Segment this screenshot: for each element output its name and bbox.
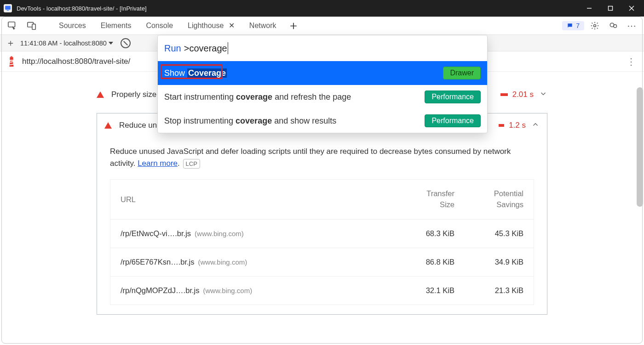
row-host: (www.bing.com) [203, 287, 252, 294]
command-input[interactable]: Run >coverage [158, 35, 487, 61]
chevron-down-icon [539, 90, 547, 100]
text-cursor [228, 42, 228, 54]
table-row[interactable]: /rp/65E767Ksn….br.js(www.bing.com) 86.8 … [110, 248, 534, 276]
command-item-tag: Performance [425, 90, 481, 103]
command-item-tag: Performance [425, 114, 481, 127]
titlebar: DevTools - localhost:8080/travel-site/ -… [0, 0, 644, 17]
report-url: http://localhost:8080/travel-site/ [22, 57, 130, 66]
row-transfer-size: 32.1 KiB [390, 285, 454, 296]
more-icon[interactable]: ⋯ [624, 19, 639, 33]
learn-more-link[interactable]: Learn more [138, 159, 178, 168]
window-close-button[interactable] [621, 0, 642, 17]
command-item-label: Show Coverage [164, 68, 438, 78]
inspect-element-icon[interactable] [5, 19, 20, 33]
table-row[interactable]: /rp/EtNwcQ-vi….br.js(www.bing.com) 68.3 … [110, 219, 534, 248]
audit-time: 1.2 s [509, 121, 526, 130]
impact-bar-icon [500, 93, 508, 96]
row-host: (www.bing.com) [195, 230, 244, 238]
table-header: URL Transfer Size Potential Savings [110, 180, 534, 219]
issues-badge[interactable]: 7 [562, 21, 584, 30]
window-title: DevTools - localhost:8080/travel-site/ -… [17, 5, 147, 12]
add-tab-icon[interactable]: ＋ [286, 19, 301, 33]
tab-elements[interactable]: Elements [95, 17, 137, 35]
command-item-label: Stop instrumenting coverage and show res… [164, 116, 420, 126]
command-item-start-coverage[interactable]: Start instrumenting coverage and refresh… [158, 85, 487, 109]
report-selector[interactable]: 11:41:08 AM - localhost:8080 [20, 40, 113, 47]
command-item-show-coverage[interactable]: Show Coverage Drawer [158, 61, 487, 85]
audit-description: Reduce unused JavaScript and defer loadi… [97, 137, 547, 314]
tab-label: Lighthouse [188, 22, 224, 29]
col-url: URL [121, 194, 390, 205]
command-menu: Run >coverage Show Coverage Drawer Start… [157, 35, 488, 133]
table-row[interactable]: /rp/nQgMOPZdJ….br.js(www.bing.com) 32.1 … [110, 276, 534, 305]
lcp-tag: LCP [183, 159, 200, 169]
report-selector-label: 11:41:08 AM - localhost:8080 [20, 40, 107, 47]
row-url: /rp/nQgMOPZdJ….br.js [121, 286, 199, 294]
audit-reduce-unused-js: Reduce unu 1.2 s Reduce unused JavaScrip… [97, 113, 547, 315]
tab-network[interactable]: Network [244, 17, 282, 35]
tab-console[interactable]: Console [140, 17, 178, 35]
row-host: (www.bing.com) [198, 258, 247, 266]
audit-table: URL Transfer Size Potential Savings /rp/… [110, 179, 534, 305]
issues-count: 7 [576, 22, 580, 29]
command-run-prefix: Run [164, 43, 181, 54]
svg-rect-6 [8, 22, 15, 27]
scrollbar-thumb[interactable] [637, 87, 643, 207]
row-potential-savings: 21.3 KiB [454, 285, 523, 296]
svg-rect-1 [7, 10, 9, 11]
svg-rect-8 [32, 24, 35, 29]
svg-point-11 [614, 24, 617, 28]
row-transfer-size: 68.3 KiB [390, 228, 454, 239]
tab-lighthouse[interactable]: Lighthouse ✕ [182, 17, 240, 35]
device-toolbar-icon[interactable] [24, 19, 40, 33]
svg-rect-3 [609, 6, 613, 11]
devtools-app-icon [4, 4, 12, 12]
svg-rect-0 [5, 6, 11, 10]
fail-triangle-icon [104, 122, 112, 129]
clear-icon[interactable] [121, 38, 131, 48]
command-query: >coverage [184, 43, 227, 54]
chevron-up-icon [531, 120, 540, 131]
impact-bar-icon [499, 124, 504, 127]
tab-sources[interactable]: Sources [53, 17, 92, 35]
chevron-down-icon [109, 42, 113, 45]
new-report-icon[interactable]: ＋ [6, 38, 16, 48]
audit-time: 2.01 s [512, 90, 534, 99]
row-url: /rp/EtNwcQ-vi….br.js [121, 229, 191, 238]
col-transfer-size: Transfer Size [390, 188, 454, 210]
settings-gear-icon[interactable] [587, 19, 603, 33]
row-potential-savings: 34.9 KiB [454, 256, 523, 268]
command-item-stop-coverage[interactable]: Stop instrumenting coverage and show res… [158, 109, 487, 133]
svg-rect-12 [10, 57, 13, 59]
close-icon[interactable]: ✕ [229, 22, 235, 29]
feedback-icon[interactable] [605, 19, 621, 33]
svg-point-9 [594, 24, 596, 27]
window-minimize-button[interactable] [579, 0, 600, 17]
row-potential-savings: 45.3 KiB [454, 228, 523, 239]
fail-triangle-icon [97, 91, 104, 98]
lighthouse-icon [6, 56, 17, 68]
row-url: /rp/65E767Ksn….br.js [121, 258, 195, 266]
devtools-tabstrip: Sources Elements Console Lighthouse ✕ Ne… [0, 17, 644, 35]
command-item-label: Start instrumenting coverage and refresh… [164, 92, 420, 102]
row-transfer-size: 86.8 KiB [390, 256, 454, 268]
window-maximize-button[interactable] [600, 0, 621, 17]
command-item-tag: Drawer [443, 67, 481, 79]
report-menu-icon[interactable]: ⋮ [625, 55, 638, 68]
col-potential-savings: Potential Savings [454, 188, 523, 210]
